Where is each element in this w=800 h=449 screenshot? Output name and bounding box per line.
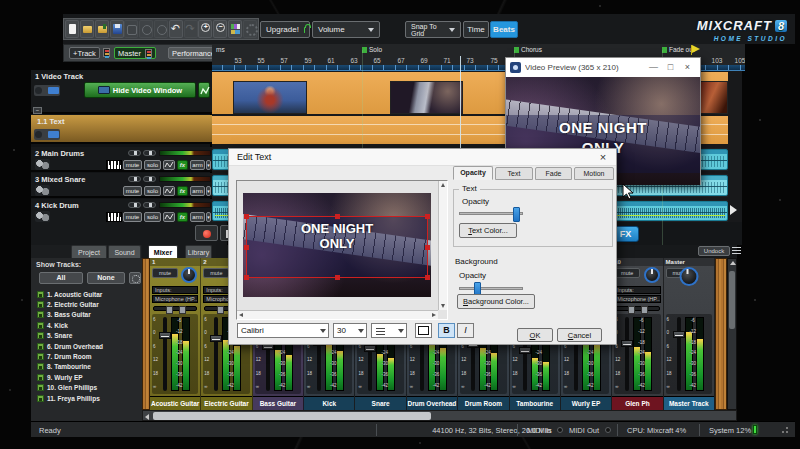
volume-fader[interactable] [163,317,167,391]
fader-handle[interactable] [621,340,633,347]
automation-toggle-icon[interactable] [198,82,210,98]
mute-button[interactable]: mute [123,160,142,170]
new-file-icon[interactable] [65,20,79,38]
fx-button[interactable]: fx [177,160,188,170]
checkbox-icon[interactable] [37,374,44,381]
background-color-button[interactable]: Background Color... [457,294,535,309]
checkbox-icon[interactable] [37,384,44,391]
resize-handle[interactable] [335,275,340,280]
text-color-button[interactable]: Text Color... [459,223,517,238]
minimize-button[interactable]: — [645,60,662,75]
resize-handle[interactable] [425,275,430,280]
piano-roll-icon[interactable] [106,160,122,170]
chevron-down-icon[interactable]: ▾ [206,212,211,222]
mute-button[interactable]: mute [123,186,142,196]
track-list-item[interactable]: 11. Freya Phillips [37,393,100,403]
fader-handle[interactable] [519,347,531,354]
track-list-item[interactable]: 3. Bass Guitar [37,310,91,320]
pan-slider[interactable] [153,306,197,311]
dialog-titlebar[interactable]: Edit Text × [229,149,616,166]
mixdown-icon[interactable] [124,20,138,38]
solo-button[interactable]: solo [144,160,161,170]
mute-button[interactable]: mute [614,268,640,278]
track-list-item[interactable]: 9. Wurly EP [37,372,83,382]
dialog-tab-fade[interactable]: Fade [535,167,572,180]
font-size-select[interactable]: 30 [333,323,367,338]
edit-overlay-text[interactable]: ONE NIGHTONLY [247,221,427,251]
checkbox-icon[interactable] [37,301,44,308]
track-list-item[interactable]: 8. Tambourine [37,362,91,372]
text-opacity-slider[interactable] [459,212,523,215]
preview-vscrollbar[interactable] [438,181,447,310]
checkbox-icon[interactable] [37,395,44,402]
track-list-item[interactable]: 2. Electric Guitar [37,299,99,309]
time-mode-button[interactable]: Time [463,21,489,38]
volume-knob[interactable] [644,267,660,283]
volume-knob[interactable] [181,267,197,283]
mute-button[interactable]: mute [203,268,229,278]
automation-type-dropdown[interactable]: Volume [312,21,380,38]
close-icon[interactable]: × [596,151,610,163]
timeline-marker[interactable]: Solo [362,46,382,53]
zoom-out-icon[interactable] [213,20,227,38]
video-preview-titlebar[interactable]: Video Preview (365 x 210) — □ × [506,58,700,77]
mute-button[interactable]: mute [123,212,142,222]
italic-button[interactable]: I [457,323,474,338]
preview-hscrollbar[interactable] [237,310,438,319]
checkbox-icon[interactable] [37,291,44,298]
video-clip-thumbnail[interactable] [233,81,307,114]
text-align-select[interactable] [371,323,407,338]
scrollbar-thumb[interactable] [729,271,735,329]
snap-to-grid-dropdown[interactable]: Snap To Grid [405,21,461,38]
upgrade-button[interactable]: Upgrade! [260,21,310,38]
checkbox-icon[interactable] [37,322,44,329]
volume-fader[interactable] [677,317,681,391]
slider-thumb[interactable] [513,207,520,222]
input-select[interactable]: Microphone (HP... [152,295,198,303]
checkbox-icon[interactable] [37,363,44,370]
redo-icon[interactable] [184,20,198,38]
scrollbar-thumb[interactable] [153,412,431,420]
input-select[interactable]: Microphone (HP... [614,295,660,303]
scroll-right-icon[interactable] [432,313,436,317]
video-clip-thumbnail[interactable] [390,81,463,114]
checkbox-icon[interactable] [37,353,44,360]
volume-knob[interactable] [679,267,698,286]
automation-icon[interactable] [163,186,175,196]
text-color-swatch[interactable] [415,323,432,338]
track-header-text[interactable]: 1.1 Text [31,115,212,144]
track-list-item[interactable]: 7. Drum Room [37,351,91,361]
checkbox-icon[interactable] [37,343,44,350]
fader-handle[interactable] [673,331,685,338]
mixer-scrollbar[interactable] [727,258,737,410]
track-list-item[interactable]: 4. Kick [37,320,68,330]
track-list-item[interactable]: 1. Acoustic Guitar [37,289,102,299]
scroll-left-icon[interactable] [145,414,149,420]
track-header-snare[interactable]: 3 Mixed Snaremutesolofxarm▾ [31,173,212,198]
tab-library[interactable]: Library [185,245,212,258]
volume-mini-slider[interactable] [128,176,141,182]
none-button[interactable]: None [87,272,125,284]
arm-button[interactable]: arm [190,212,205,222]
solo-button[interactable]: solo [144,186,161,196]
close-button[interactable]: × [679,60,696,75]
record-button[interactable] [195,225,218,241]
loop-end-marker[interactable] [730,205,737,215]
volume-fader[interactable] [625,317,629,391]
track-list-item[interactable]: 5. Snare [37,331,72,341]
timeline-marker[interactable]: ms [216,46,225,53]
dialog-tab-opacity[interactable]: Opacity [453,166,493,180]
piano-roll-icon[interactable] [106,212,122,222]
pan-mini-slider[interactable] [143,176,156,182]
gear-icon[interactable] [129,272,141,284]
tab-project[interactable]: Project [71,245,107,258]
track-header-kick[interactable]: 4 Kick Drummutesolofxarm▾ [31,199,212,222]
resize-handle[interactable] [244,214,249,219]
open-folder-icon[interactable] [80,20,94,38]
hide-video-window-button[interactable]: Hide Video Window [84,82,196,98]
collapse-track-button[interactable]: − [33,107,42,114]
track-list-item[interactable]: 10. Glen Phillips [37,383,97,393]
scroll-left-icon[interactable] [239,313,243,317]
pan-mini-slider[interactable] [143,202,156,208]
scroll-up-icon[interactable] [441,183,445,187]
